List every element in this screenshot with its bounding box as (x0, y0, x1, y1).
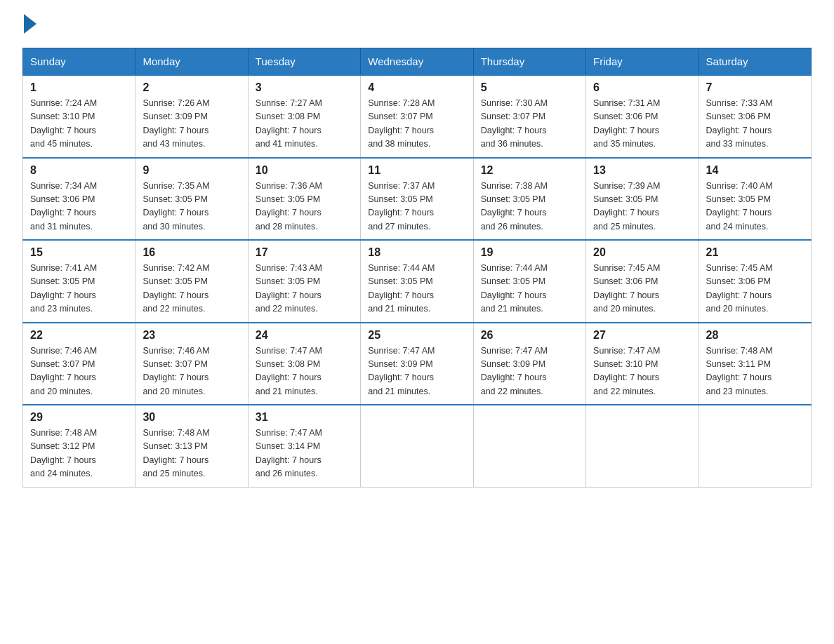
day-info: Sunrise: 7:46 AMSunset: 3:07 PMDaylight:… (30, 344, 128, 399)
day-info: Sunrise: 7:48 AMSunset: 3:11 PMDaylight:… (706, 344, 804, 399)
day-number: 15 (30, 246, 128, 259)
day-cell: 18Sunrise: 7:44 AMSunset: 3:05 PMDayligh… (361, 240, 473, 323)
day-cell: 13Sunrise: 7:39 AMSunset: 3:05 PMDayligh… (586, 158, 699, 241)
day-cell (586, 405, 699, 487)
day-number: 11 (368, 164, 465, 177)
day-cell: 14Sunrise: 7:40 AMSunset: 3:05 PMDayligh… (699, 158, 811, 241)
col-header-thursday: Thursday (473, 48, 585, 76)
day-info: Sunrise: 7:47 AMSunset: 3:10 PMDaylight:… (593, 344, 691, 399)
day-cell: 5Sunrise: 7:30 AMSunset: 3:07 PMDaylight… (473, 75, 585, 158)
day-info: Sunrise: 7:48 AMSunset: 3:12 PMDaylight:… (30, 427, 128, 481)
day-info: Sunrise: 7:38 AMSunset: 3:05 PMDaylight:… (481, 180, 578, 234)
day-number: 3 (256, 81, 353, 94)
week-row-5: 29Sunrise: 7:48 AMSunset: 3:12 PMDayligh… (23, 405, 812, 487)
day-number: 24 (256, 329, 353, 342)
day-info: Sunrise: 7:47 AMSunset: 3:08 PMDaylight:… (256, 344, 353, 399)
day-info: Sunrise: 7:45 AMSunset: 3:06 PMDaylight:… (706, 262, 804, 316)
day-info: Sunrise: 7:47 AMSunset: 3:14 PMDaylight:… (256, 427, 353, 481)
day-cell: 31Sunrise: 7:47 AMSunset: 3:14 PMDayligh… (248, 405, 360, 487)
day-cell: 2Sunrise: 7:26 AMSunset: 3:09 PMDaylight… (135, 75, 248, 158)
col-header-tuesday: Tuesday (248, 48, 360, 76)
logo-arrow-icon (24, 14, 37, 34)
day-number: 27 (593, 329, 691, 342)
day-cell: 11Sunrise: 7:37 AMSunset: 3:05 PMDayligh… (361, 158, 473, 241)
day-cell: 12Sunrise: 7:38 AMSunset: 3:05 PMDayligh… (473, 158, 585, 241)
day-info: Sunrise: 7:40 AMSunset: 3:05 PMDaylight:… (706, 180, 804, 234)
calendar-table: SundayMondayTuesdayWednesdayThursdayFrid… (22, 48, 812, 488)
day-cell: 25Sunrise: 7:47 AMSunset: 3:09 PMDayligh… (361, 323, 473, 405)
days-of-week-row: SundayMondayTuesdayWednesdayThursdayFrid… (23, 48, 812, 76)
day-cell: 30Sunrise: 7:48 AMSunset: 3:13 PMDayligh… (135, 405, 248, 487)
day-cell: 10Sunrise: 7:36 AMSunset: 3:05 PMDayligh… (248, 158, 360, 241)
day-number: 5 (481, 81, 578, 94)
day-number: 2 (143, 81, 240, 94)
day-cell: 20Sunrise: 7:45 AMSunset: 3:06 PMDayligh… (586, 240, 699, 323)
day-cell (473, 405, 585, 487)
day-info: Sunrise: 7:48 AMSunset: 3:13 PMDaylight:… (143, 427, 240, 481)
day-cell: 24Sunrise: 7:47 AMSunset: 3:08 PMDayligh… (248, 323, 360, 405)
day-number: 28 (706, 329, 804, 342)
day-cell: 22Sunrise: 7:46 AMSunset: 3:07 PMDayligh… (23, 323, 135, 405)
day-info: Sunrise: 7:31 AMSunset: 3:06 PMDaylight:… (593, 97, 691, 152)
day-number: 6 (593, 81, 691, 94)
day-number: 16 (143, 246, 240, 259)
day-cell: 28Sunrise: 7:48 AMSunset: 3:11 PMDayligh… (699, 323, 811, 405)
day-number: 17 (256, 246, 353, 259)
day-info: Sunrise: 7:39 AMSunset: 3:05 PMDaylight:… (593, 180, 691, 234)
col-header-saturday: Saturday (699, 48, 811, 76)
day-info: Sunrise: 7:47 AMSunset: 3:09 PMDaylight:… (368, 344, 465, 399)
day-number: 25 (368, 329, 465, 342)
day-info: Sunrise: 7:45 AMSunset: 3:06 PMDaylight:… (593, 262, 691, 316)
day-cell: 6Sunrise: 7:31 AMSunset: 3:06 PMDaylight… (586, 75, 699, 158)
week-row-1: 1Sunrise: 7:24 AMSunset: 3:10 PMDaylight… (23, 75, 812, 158)
day-cell: 29Sunrise: 7:48 AMSunset: 3:12 PMDayligh… (23, 405, 135, 487)
day-info: Sunrise: 7:30 AMSunset: 3:07 PMDaylight:… (481, 97, 578, 152)
day-number: 9 (143, 164, 240, 177)
col-header-wednesday: Wednesday (361, 48, 473, 76)
day-number: 7 (706, 81, 804, 94)
day-cell: 23Sunrise: 7:46 AMSunset: 3:07 PMDayligh… (135, 323, 248, 405)
day-info: Sunrise: 7:27 AMSunset: 3:08 PMDaylight:… (256, 97, 353, 152)
day-cell: 1Sunrise: 7:24 AMSunset: 3:10 PMDaylight… (23, 75, 135, 158)
col-header-friday: Friday (586, 48, 699, 76)
week-row-2: 8Sunrise: 7:34 AMSunset: 3:06 PMDaylight… (23, 158, 812, 241)
col-header-monday: Monday (135, 48, 248, 76)
day-number: 14 (706, 164, 804, 177)
day-cell: 7Sunrise: 7:33 AMSunset: 3:06 PMDaylight… (699, 75, 811, 158)
day-number: 26 (481, 329, 578, 342)
day-info: Sunrise: 7:36 AMSunset: 3:05 PMDaylight:… (256, 180, 353, 234)
day-cell (699, 405, 811, 487)
day-info: Sunrise: 7:24 AMSunset: 3:10 PMDaylight:… (30, 97, 128, 152)
day-number: 19 (481, 246, 578, 259)
day-info: Sunrise: 7:46 AMSunset: 3:07 PMDaylight:… (143, 344, 240, 399)
day-info: Sunrise: 7:33 AMSunset: 3:06 PMDaylight:… (706, 97, 804, 152)
day-cell: 21Sunrise: 7:45 AMSunset: 3:06 PMDayligh… (699, 240, 811, 323)
day-info: Sunrise: 7:28 AMSunset: 3:07 PMDaylight:… (368, 97, 465, 152)
col-header-sunday: Sunday (23, 48, 135, 76)
day-cell: 26Sunrise: 7:47 AMSunset: 3:09 PMDayligh… (473, 323, 585, 405)
day-cell: 17Sunrise: 7:43 AMSunset: 3:05 PMDayligh… (248, 240, 360, 323)
day-info: Sunrise: 7:26 AMSunset: 3:09 PMDaylight:… (143, 97, 240, 152)
day-cell: 19Sunrise: 7:44 AMSunset: 3:05 PMDayligh… (473, 240, 585, 323)
day-info: Sunrise: 7:44 AMSunset: 3:05 PMDaylight:… (368, 262, 465, 316)
day-cell: 16Sunrise: 7:42 AMSunset: 3:05 PMDayligh… (135, 240, 248, 323)
day-info: Sunrise: 7:34 AMSunset: 3:06 PMDaylight:… (30, 180, 128, 234)
day-number: 31 (256, 411, 353, 424)
day-cell: 3Sunrise: 7:27 AMSunset: 3:08 PMDaylight… (248, 75, 360, 158)
day-number: 30 (143, 411, 240, 424)
day-number: 4 (368, 81, 465, 94)
day-info: Sunrise: 7:41 AMSunset: 3:05 PMDaylight:… (30, 262, 128, 316)
week-row-3: 15Sunrise: 7:41 AMSunset: 3:05 PMDayligh… (23, 240, 812, 323)
day-cell (361, 405, 473, 487)
day-info: Sunrise: 7:35 AMSunset: 3:05 PMDaylight:… (143, 180, 240, 234)
day-info: Sunrise: 7:43 AMSunset: 3:05 PMDaylight:… (256, 262, 353, 316)
day-info: Sunrise: 7:47 AMSunset: 3:09 PMDaylight:… (481, 344, 578, 399)
day-number: 29 (30, 411, 128, 424)
day-cell: 15Sunrise: 7:41 AMSunset: 3:05 PMDayligh… (23, 240, 135, 323)
logo (22, 17, 37, 34)
day-number: 21 (706, 246, 804, 259)
day-info: Sunrise: 7:42 AMSunset: 3:05 PMDaylight:… (143, 262, 240, 316)
day-number: 12 (481, 164, 578, 177)
day-number: 8 (30, 164, 128, 177)
day-number: 1 (30, 81, 128, 94)
